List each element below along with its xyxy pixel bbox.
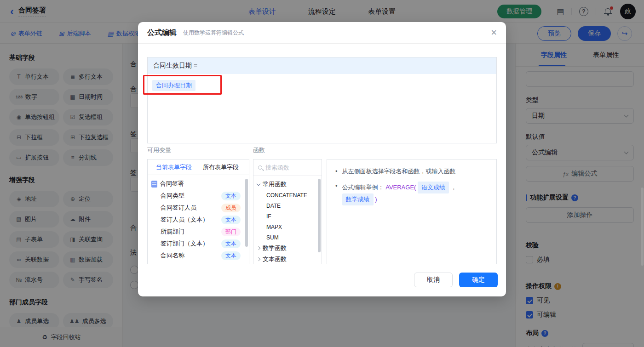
- function-group-common[interactable]: 常用函数: [257, 179, 318, 190]
- variables-scrollbar-thumb[interactable]: [245, 179, 248, 247]
- function-group-label: 常用函数: [263, 180, 287, 188]
- help-example-chip-1: 语文成绩: [418, 182, 449, 193]
- variable-name: 合同签订人员: [161, 204, 196, 212]
- search-icon: [258, 165, 262, 170]
- form-document-icon: [151, 181, 157, 188]
- function-item[interactable]: MAPX: [257, 222, 318, 232]
- help-tip-1: 从左侧面板选择字段名和函数，或输入函数: [342, 167, 456, 176]
- function-item[interactable]: IF: [257, 211, 318, 222]
- formula-editor-dialog: 公式编辑 使用数学运算符编辑公式 × 合同生效日期 = 合同办理日期 可用变量 …: [138, 22, 506, 296]
- variable-item[interactable]: 合同类型 文本: [151, 190, 244, 202]
- help-example-function: AVERAGE(: [385, 184, 416, 191]
- functions-panel: 常用函数 CONCATENATE DATE IF MAPX SUM 数学函数 文…: [253, 159, 322, 264]
- variable-item[interactable]: 合同签订人员 成员: [151, 202, 244, 214]
- chevron-right-icon: [257, 257, 260, 261]
- function-item[interactable]: SUM: [257, 232, 318, 243]
- type-badge: 成员: [221, 204, 241, 212]
- variable-item[interactable]: 签订人员（文本） 文本: [151, 214, 244, 226]
- cancel-button[interactable]: 取消: [414, 273, 453, 287]
- formula-field-chip[interactable]: 合同办理日期: [152, 80, 196, 91]
- type-badge: 文本: [221, 192, 241, 200]
- help-example-prefix: 公式编辑举例：: [342, 184, 384, 191]
- functions-label: 函数: [253, 146, 265, 154]
- type-badge: 文本: [221, 239, 241, 248]
- help-tip-2: 公式编辑举例： AVERAGE( 语文成绩 ， 数学成绩 ): [342, 182, 488, 205]
- variable-item[interactable]: 签订部门（文本） 文本: [151, 238, 244, 250]
- function-item[interactable]: CONCATENATE: [257, 190, 318, 200]
- functions-scrollbar-thumb[interactable]: [318, 179, 321, 252]
- tab-all-form-fields[interactable]: 所有表单字段: [203, 163, 239, 171]
- close-icon[interactable]: ×: [491, 28, 497, 38]
- help-example-close: ): [375, 196, 377, 203]
- variables-root-label: 合同签署: [160, 180, 184, 188]
- variable-name: 所属部门: [161, 228, 184, 236]
- variable-name: 签订人员（文本）: [161, 216, 208, 224]
- formula-target: 合同生效日期 =: [148, 57, 496, 74]
- chevron-down-icon: [257, 182, 260, 185]
- bullet: •: [335, 167, 338, 176]
- variable-item[interactable]: 所属部门 部门: [151, 226, 244, 238]
- dialog-title: 公式编辑: [147, 28, 177, 38]
- variables-panel: 当前表单字段 所有表单字段 合同签署 合同类型 文本 合同签订人员 成员 签订人…: [147, 159, 249, 264]
- function-group-label: 文本函数: [263, 255, 287, 263]
- type-badge: 部门: [221, 228, 241, 236]
- variables-label: 可用变量: [147, 146, 171, 154]
- function-item[interactable]: DATE: [257, 200, 318, 211]
- function-group-math[interactable]: 数学函数: [257, 243, 318, 254]
- variable-name: 合同类型: [161, 192, 184, 200]
- help-example-comma: ，: [451, 184, 457, 191]
- formula-editor-box: 合同生效日期 = 合同办理日期: [147, 57, 497, 143]
- variable-name: 签订部门（文本）: [161, 239, 208, 248]
- function-search-input[interactable]: [265, 164, 311, 171]
- help-panel: • 从左侧面板选择字段名和函数，或输入函数 • 公式编辑举例： AVERAGE(…: [327, 159, 497, 264]
- help-example-chip-2: 数学成绩: [342, 193, 374, 205]
- function-group-text[interactable]: 文本函数: [257, 254, 318, 264]
- function-group-label: 数学函数: [263, 244, 287, 252]
- app-window: ‹ 合同签署 表单设计 流程设定 表单设置 数据管理 ▤ ? 政: [0, 0, 644, 347]
- variable-item[interactable]: 合同名称 文本: [151, 250, 244, 262]
- tab-current-form-fields[interactable]: 当前表单字段: [156, 163, 192, 171]
- confirm-button[interactable]: 确定: [459, 273, 498, 287]
- type-badge: 文本: [221, 251, 241, 260]
- chevron-right-icon: [257, 246, 260, 250]
- function-search[interactable]: [253, 159, 322, 176]
- window-scrollbar-thumb[interactable]: [641, 188, 644, 266]
- variable-name: 合同名称: [161, 251, 184, 260]
- variables-root-node[interactable]: 合同签署: [151, 178, 244, 190]
- type-badge: 文本: [221, 216, 241, 224]
- dialog-subtitle: 使用数学运算符编辑公式: [183, 29, 244, 37]
- bullet: •: [335, 182, 338, 205]
- formula-input-area[interactable]: 合同办理日期: [148, 74, 496, 97]
